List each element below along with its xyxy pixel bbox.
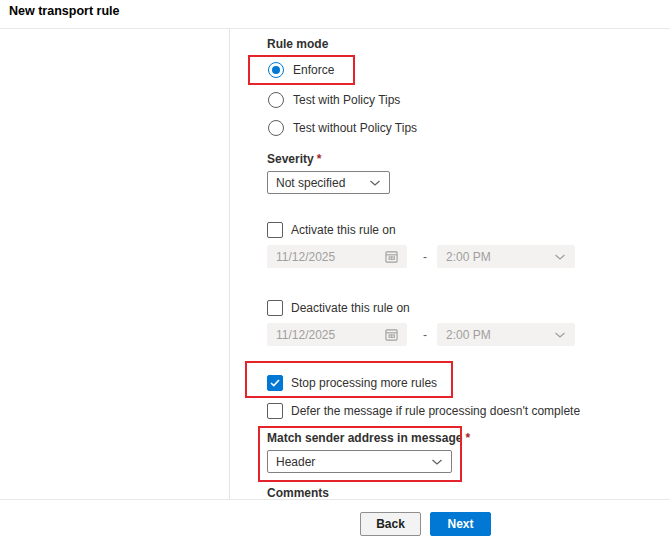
deactivate-label: Deactivate this rule on — [291, 301, 410, 315]
stop-processing-checkbox-row[interactable]: Stop processing more rules — [267, 374, 437, 392]
severity-label-text: Severity — [267, 152, 314, 166]
deactivate-time-dropdown[interactable]: 2:00 PM — [437, 323, 575, 346]
match-sender-label: Match sender address in message* — [267, 431, 470, 445]
comments-label: Comments — [267, 486, 329, 500]
activate-time-value: 2:00 PM — [446, 250, 491, 264]
radio-unselected-icon[interactable] — [268, 92, 284, 108]
radio-test-without-label: Test without Policy Tips — [293, 121, 417, 135]
page-title: New transport rule — [9, 4, 119, 18]
chevron-down-icon — [554, 331, 566, 339]
deactivate-checkbox-row[interactable]: Deactivate this rule on — [267, 299, 410, 317]
back-button[interactable]: Back — [360, 512, 421, 536]
severity-label: Severity* — [267, 152, 321, 166]
check-icon — [270, 379, 280, 387]
radio-enforce-label: Enforce — [293, 63, 334, 77]
radio-unselected-icon[interactable] — [268, 120, 284, 136]
activate-date-value: 11/12/2025 — [276, 250, 335, 264]
activate-label: Activate this rule on — [291, 223, 396, 237]
deactivate-time-value: 2:00 PM — [446, 328, 491, 342]
radio-test-with-label: Test with Policy Tips — [293, 93, 400, 107]
vertical-divider — [229, 29, 230, 499]
header-divider — [0, 28, 670, 29]
deactivate-date-input[interactable]: 11/12/2025 — [267, 323, 407, 346]
match-sender-label-text: Match sender address in message — [267, 431, 462, 445]
next-button[interactable]: Next — [430, 512, 491, 536]
activate-checkbox-row[interactable]: Activate this rule on — [267, 221, 396, 239]
severity-value: Not specified — [276, 176, 345, 190]
activate-date-input[interactable]: 11/12/2025 — [267, 245, 407, 268]
radio-test-with-policy-tips[interactable]: Test with Policy Tips — [268, 91, 400, 109]
calendar-icon — [385, 250, 398, 263]
required-asterisk: * — [317, 152, 322, 166]
rule-mode-label-text: Rule mode — [267, 37, 328, 51]
checkbox-unchecked-icon[interactable] — [267, 403, 283, 419]
checkbox-unchecked-icon[interactable] — [267, 222, 283, 238]
match-sender-value: Header — [276, 455, 315, 469]
date-time-separator: - — [423, 328, 427, 342]
severity-dropdown[interactable]: Not specified — [267, 171, 390, 194]
stop-processing-label: Stop processing more rules — [291, 376, 437, 390]
radio-test-without-policy-tips[interactable]: Test without Policy Tips — [268, 119, 417, 137]
chevron-down-icon — [554, 253, 566, 261]
radio-selected-icon[interactable] — [268, 62, 284, 78]
date-time-separator: - — [423, 250, 427, 264]
footer-divider — [0, 499, 670, 500]
checkbox-checked-icon[interactable] — [267, 375, 283, 391]
radio-enforce[interactable]: Enforce — [268, 61, 334, 79]
match-sender-dropdown[interactable]: Header — [267, 450, 452, 473]
new-transport-rule-panel: New transport rule Rule mode Enforce Tes… — [0, 0, 670, 544]
required-asterisk: * — [465, 431, 470, 445]
activate-time-dropdown[interactable]: 2:00 PM — [437, 245, 575, 268]
chevron-down-icon — [431, 458, 443, 466]
checkbox-unchecked-icon[interactable] — [267, 300, 283, 316]
deactivate-date-value: 11/12/2025 — [276, 328, 335, 342]
calendar-icon — [385, 328, 398, 341]
defer-label: Defer the message if rule processing doe… — [291, 404, 580, 418]
chevron-down-icon — [369, 179, 381, 187]
defer-checkbox-row[interactable]: Defer the message if rule processing doe… — [267, 402, 580, 420]
